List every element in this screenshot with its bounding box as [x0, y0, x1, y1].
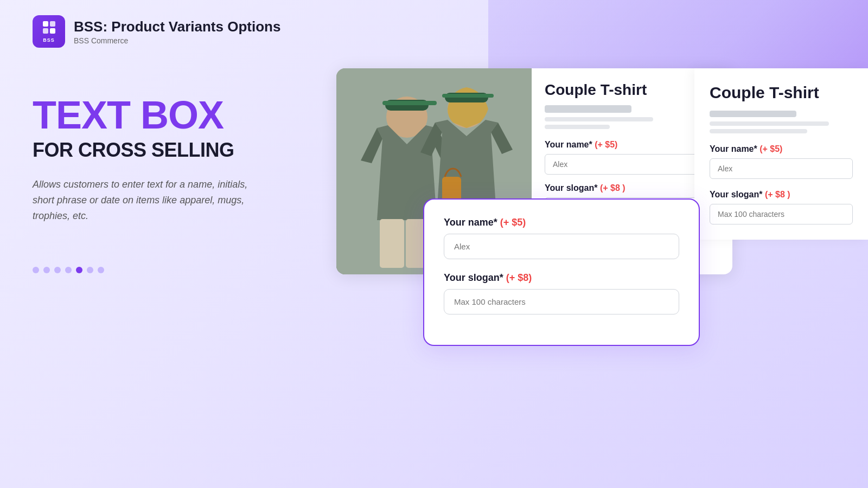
dot-6[interactable]: [87, 267, 93, 273]
form-slogan-field: Your slogan* (+ $8): [444, 272, 679, 314]
pagination-dots: [33, 267, 315, 273]
product-name: Couple T-shirt: [545, 81, 719, 99]
product-name-input[interactable]: [545, 154, 719, 175]
header: BSS BSS: Product Variants Options BSS Co…: [0, 0, 868, 63]
hero-description: Allows customers to enter text for a nam…: [33, 177, 260, 223]
sidebar-desc-bar-2: [710, 129, 807, 133]
logo-label: BSS: [43, 37, 55, 43]
right-section: Couple T-shirt Your name* (+ $5) Your sl…: [336, 63, 835, 274]
dot-2[interactable]: [43, 267, 50, 273]
sidebar-panel: Couple T-shirt Your name* (+ $5) Your sl…: [694, 68, 868, 240]
header-text: BSS: Product Variants Options BSS Commer…: [74, 18, 280, 45]
svg-rect-8: [442, 94, 494, 98]
app-title: BSS: Product Variants Options: [74, 18, 280, 35]
sidebar-slogan-label: Your slogan* (+ $8 ): [710, 190, 853, 200]
sidebar-slogan-input[interactable]: [710, 204, 853, 224]
product-desc-bar-1: [545, 117, 653, 121]
left-panel: TEXT BOX FOR CROSS SELLING Allows custom…: [33, 63, 315, 273]
sidebar-name-label: Your name* (+ $5): [710, 144, 853, 154]
dot-7[interactable]: [98, 267, 104, 273]
sidebar-desc-bar-1: [710, 121, 829, 126]
product-name-label: Your name* (+ $5): [545, 140, 719, 150]
sidebar-product-name: Couple T-shirt: [710, 84, 853, 102]
svg-rect-11: [442, 177, 461, 201]
svg-rect-3: [382, 101, 437, 105]
hero-title: TEXT BOX: [33, 95, 315, 134]
dot-3[interactable]: [54, 267, 61, 273]
dot-5[interactable]: [76, 267, 82, 273]
product-desc-bar-2: [545, 125, 610, 129]
app-company: BSS Commerce: [74, 36, 280, 45]
product-slogan-label: Your slogan* (+ $8 ): [545, 183, 719, 193]
floating-slogan-input[interactable]: [444, 289, 679, 314]
dot-1[interactable]: [33, 267, 39, 273]
form-name-label: Your name* (+ $5): [444, 217, 679, 228]
sidebar-name-input[interactable]: [710, 158, 853, 179]
floating-name-input[interactable]: [444, 234, 679, 259]
logo: BSS: [33, 15, 65, 48]
dot-4[interactable]: [65, 267, 72, 273]
form-name-field: Your name* (+ $5): [444, 217, 679, 259]
floating-form: Your name* (+ $5) Your slogan* (+ $8): [423, 198, 700, 346]
page-container: BSS BSS: Product Variants Options BSS Co…: [0, 0, 868, 488]
svg-rect-4: [380, 219, 404, 268]
form-slogan-label: Your slogan* (+ $8): [444, 272, 679, 284]
product-price-bar: [545, 105, 631, 113]
sidebar-price-bar: [710, 111, 796, 117]
main-content: TEXT BOX FOR CROSS SELLING Allows custom…: [0, 63, 868, 488]
hero-subtitle: FOR CROSS SELLING: [33, 139, 315, 162]
